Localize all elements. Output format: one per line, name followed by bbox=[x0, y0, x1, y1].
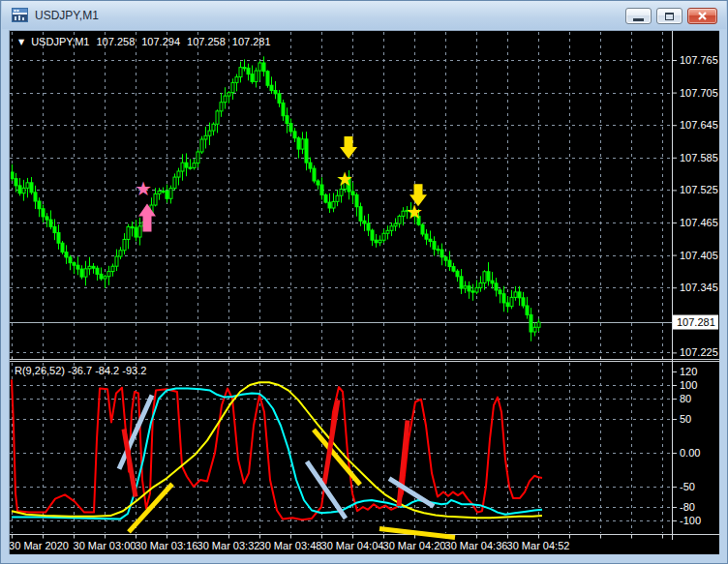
window-title: USDJPY,M1 bbox=[35, 9, 99, 22]
svg-text:-100: -100 bbox=[680, 515, 701, 526]
svg-text:107.525: 107.525 bbox=[680, 184, 718, 195]
wpr-lines-layer bbox=[12, 379, 542, 519]
svg-text:-50: -50 bbox=[680, 481, 695, 492]
svg-text:107.465: 107.465 bbox=[680, 217, 718, 228]
svg-text:100: 100 bbox=[680, 379, 697, 391]
svg-text:107.705: 107.705 bbox=[680, 87, 718, 99]
trend-segment-8 bbox=[379, 528, 455, 537]
svg-text:107.225: 107.225 bbox=[680, 346, 718, 358]
svg-text:80: 80 bbox=[680, 393, 691, 404]
svg-text:107.765: 107.765 bbox=[680, 54, 718, 66]
svg-text:30 Mar 03:32: 30 Mar 03:32 bbox=[197, 540, 260, 551]
chart-window: USDJPY,M1 ★★★107.765107.705107.645107.58… bbox=[0, 0, 728, 564]
wpr-slow-line bbox=[12, 382, 542, 518]
signal-star-icon: ★ bbox=[336, 167, 353, 191]
svg-text:50: 50 bbox=[680, 413, 691, 425]
svg-text:30 Mar 2020: 30 Mar 2020 bbox=[10, 540, 69, 551]
svg-text:-80: -80 bbox=[680, 501, 695, 513]
price-axis-labels: 107.765107.705107.645107.585107.525107.4… bbox=[672, 54, 718, 358]
close-icon bbox=[698, 12, 707, 20]
svg-text:30 Mar 03:00: 30 Mar 03:00 bbox=[74, 540, 136, 551]
svg-text:30 Mar 04:52: 30 Mar 04:52 bbox=[507, 540, 570, 551]
candles-layer bbox=[11, 56, 540, 341]
svg-text:107.645: 107.645 bbox=[680, 119, 718, 131]
current-price-label: 107.281 bbox=[673, 315, 718, 330]
svg-text:30 Mar 03:16: 30 Mar 03:16 bbox=[136, 540, 198, 551]
window-controls bbox=[625, 8, 717, 24]
restore-icon bbox=[665, 13, 674, 20]
svg-text:30 Mar 04:04: 30 Mar 04:04 bbox=[321, 540, 384, 551]
restore-button[interactable] bbox=[656, 8, 682, 24]
svg-text:30 Mar 04:36: 30 Mar 04:36 bbox=[445, 540, 508, 551]
signal-star-icon: ★ bbox=[135, 177, 152, 200]
window-titlebar[interactable]: USDJPY,M1 bbox=[2, 1, 726, 29]
time-axis-labels: 30 Mar 202030 Mar 03:0030 Mar 03:1630 Ma… bbox=[10, 540, 569, 551]
chart-canvas[interactable]: ★★★107.765107.705107.645107.585107.52510… bbox=[10, 31, 720, 555]
minimize-icon bbox=[633, 18, 644, 21]
panel-chrome bbox=[10, 31, 720, 540]
chart-window-icon bbox=[12, 8, 28, 22]
chart-client-area: ★★★107.765107.705107.645107.585107.52510… bbox=[9, 30, 719, 554]
svg-text:107.585: 107.585 bbox=[680, 152, 718, 163]
svg-text:107.405: 107.405 bbox=[680, 250, 718, 261]
sell-arrow-1: ★ bbox=[336, 136, 357, 191]
signal-star-icon: ★ bbox=[406, 200, 423, 223]
trend-segments-layer bbox=[119, 396, 455, 538]
close-button[interactable] bbox=[687, 8, 717, 24]
wpr-mid-line bbox=[12, 389, 542, 519]
minimize-button[interactable] bbox=[625, 8, 652, 24]
wpr-fast-line bbox=[12, 379, 542, 519]
svg-text:107.281: 107.281 bbox=[677, 316, 715, 328]
svg-text:30 Mar 03:48: 30 Mar 03:48 bbox=[259, 540, 322, 551]
svg-text:120: 120 bbox=[680, 366, 697, 377]
svg-text:0.00: 0.00 bbox=[680, 447, 700, 459]
svg-text:30 Mar 04:20: 30 Mar 04:20 bbox=[383, 540, 446, 551]
indicator-axis-labels: 12010080500.00-50-80-100 bbox=[672, 366, 701, 526]
svg-text:107.345: 107.345 bbox=[680, 282, 718, 293]
